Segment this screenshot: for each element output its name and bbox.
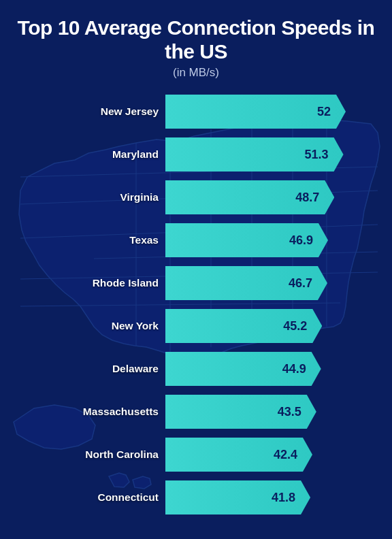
table-row: Rhode Island46.7 bbox=[46, 263, 346, 303]
bar: 52 bbox=[165, 95, 346, 129]
bar-container: 42.4 bbox=[165, 438, 346, 472]
table-row: North Carolina42.4 bbox=[46, 435, 346, 474]
state-label: Texas bbox=[46, 234, 165, 246]
bar: 42.4 bbox=[165, 438, 312, 472]
page-subtitle: (in MB/s) bbox=[173, 66, 219, 80]
bar-container: 41.8 bbox=[165, 480, 346, 514]
bar-container: 44.9 bbox=[165, 352, 346, 386]
bar: 51.3 bbox=[165, 137, 344, 172]
bar-container: 43.5 bbox=[165, 395, 346, 429]
table-row: Connecticut41.8 bbox=[46, 478, 346, 517]
table-row: New Jersey52 bbox=[46, 92, 346, 131]
table-row: Texas46.9 bbox=[46, 220, 346, 260]
bar-container: 48.7 bbox=[165, 180, 346, 214]
bar: 44.9 bbox=[165, 352, 321, 386]
state-label: New Jersey bbox=[46, 105, 165, 118]
bar-value: 46.7 bbox=[283, 276, 327, 291]
state-label: Massachusetts bbox=[46, 406, 165, 418]
bar-value: 41.8 bbox=[266, 491, 310, 505]
state-label: North Carolina bbox=[46, 448, 165, 461]
bar-value: 44.9 bbox=[277, 362, 321, 376]
bar-container: 46.7 bbox=[165, 266, 346, 300]
bar-container: 46.9 bbox=[165, 223, 346, 257]
bar: 41.8 bbox=[165, 480, 310, 514]
bar-container: 45.2 bbox=[165, 309, 346, 343]
bar-value: 52 bbox=[312, 105, 346, 119]
bar: 43.5 bbox=[165, 395, 316, 429]
bar-value: 43.5 bbox=[272, 405, 316, 419]
state-label: Maryland bbox=[46, 148, 165, 161]
bar-value: 45.2 bbox=[278, 319, 322, 333]
bar: 48.7 bbox=[165, 180, 334, 214]
state-label: Delaware bbox=[46, 363, 165, 375]
table-row: New York45.2 bbox=[46, 306, 346, 346]
bar: 45.2 bbox=[165, 309, 322, 343]
bar: 46.7 bbox=[165, 266, 327, 300]
bar-container: 51.3 bbox=[165, 137, 346, 172]
bar-value: 48.7 bbox=[290, 191, 334, 205]
bar-container: 52 bbox=[165, 95, 346, 129]
table-row: Maryland51.3 bbox=[46, 135, 346, 174]
bar-value: 42.4 bbox=[268, 448, 312, 462]
state-label: Connecticut bbox=[46, 491, 165, 504]
bar-value: 51.3 bbox=[299, 148, 344, 162]
table-row: Virginia48.7 bbox=[46, 178, 346, 217]
bar-chart: New Jersey52Maryland51.3Virginia48.7Texa… bbox=[46, 92, 346, 517]
state-label: New York bbox=[46, 320, 165, 332]
table-row: Delaware44.9 bbox=[46, 349, 346, 389]
bar-value: 46.9 bbox=[284, 233, 328, 248]
main-content: Top 10 Average Connection Speeds in the … bbox=[0, 0, 392, 539]
bar: 46.9 bbox=[165, 223, 328, 257]
state-label: Rhode Island bbox=[46, 277, 165, 289]
table-row: Massachusetts43.5 bbox=[46, 392, 346, 431]
state-label: Virginia bbox=[46, 191, 165, 203]
page-title: Top 10 Average Connection Speeds in the … bbox=[11, 16, 381, 63]
